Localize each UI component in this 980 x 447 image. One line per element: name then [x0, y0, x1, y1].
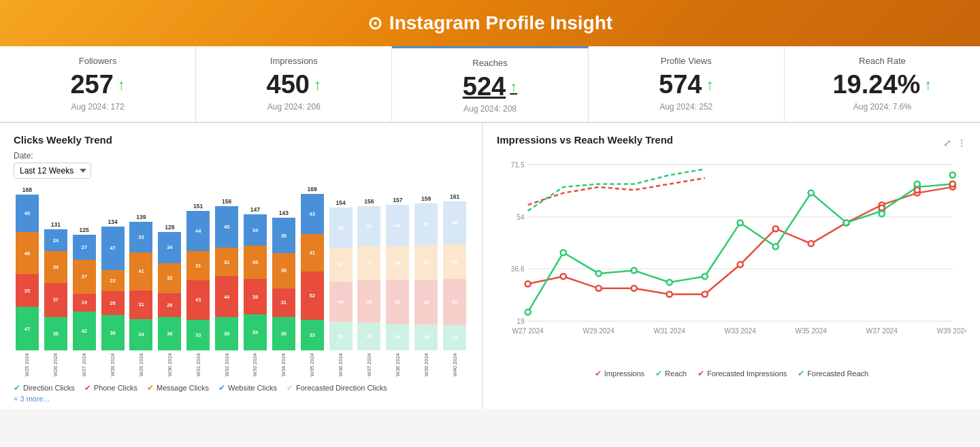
right-legend-item: ✔Forecasted Impressions	[698, 369, 787, 378]
kpi-card-reach-rate: Reach Rate 19.24% ↑ Aug 2024: 7.6%	[785, 46, 980, 122]
bar-total-label: 168	[22, 187, 32, 193]
bar-x-label: W36 2024	[327, 353, 355, 380]
bar-total-label: 125	[80, 227, 89, 233]
bar-segment: 33	[186, 320, 210, 350]
bar-segment: 38	[414, 245, 438, 280]
more-options-icon[interactable]: ⋮	[957, 137, 966, 148]
bar-total-label: 147	[250, 206, 260, 213]
bar-stack: 27503846	[443, 201, 466, 350]
bar-segment: 41	[301, 234, 324, 272]
bar-x-label: W38 2024	[384, 353, 411, 380]
svg-point-16	[561, 274, 566, 279]
bar-group: 14336313838	[270, 210, 297, 350]
bar-total-label: 131	[51, 221, 61, 228]
bar-segment: 31	[215, 248, 238, 276]
kpi-value-reach-rate: 19.24% ↑	[798, 70, 966, 99]
bar-total-label: 143	[279, 210, 289, 216]
kpi-sub-reach-rate: Aug 2024: 7.6%	[798, 102, 966, 112]
kpi-label-followers: Followers	[14, 56, 182, 66]
bar-segment: 27	[443, 325, 466, 350]
bar-group: 13934314133	[128, 214, 155, 350]
line-chart-svg: 1936.65471.5W27 2024W29 2024W31 2024W33 …	[497, 151, 966, 362]
svg-text:54: 54	[517, 214, 525, 221]
bar-group: 12542193727	[71, 227, 98, 350]
bar-segment: 43	[357, 206, 380, 246]
bar-x-label: W40 2024	[441, 353, 468, 380]
bar-total-label: 169	[308, 187, 317, 193]
bar-legend: ✔Direction Clicks✔Phone Clicks✔Message C…	[14, 383, 468, 393]
bar-total-label: 139	[136, 214, 146, 220]
right-legend-item: ✔Reach	[655, 369, 687, 378]
instagram-icon: ⊙	[368, 13, 382, 34]
svg-text:W35 2024: W35 2024	[796, 327, 828, 335]
bar-segment: 29	[386, 324, 409, 350]
bar-x-label: W32 2024	[213, 353, 240, 380]
bar-segment: 50	[443, 279, 466, 325]
bar-segment: 27	[73, 235, 96, 260]
bar-group: 15636443145	[213, 198, 240, 350]
bar-segment: 28	[414, 325, 438, 350]
expand-icon[interactable]: ⤢	[943, 137, 951, 148]
bar-x-label: W39 2024	[412, 353, 440, 380]
bar-group: 14739383634	[242, 206, 269, 350]
bar-segment: 37	[357, 246, 380, 281]
svg-point-21	[738, 262, 743, 267]
date-select[interactable]: Last 12 Weeks Last 4 Weeks Last 6 Weeks	[14, 163, 91, 179]
bar-segment: 43	[186, 280, 210, 320]
page-header: ⊙ Instagram Profile Insight	[0, 0, 980, 46]
svg-text:W27 2024: W27 2024	[512, 327, 544, 335]
bar-segment: 47	[16, 307, 39, 350]
svg-point-22	[773, 226, 779, 231]
bar-segment: 33	[129, 222, 152, 252]
bar-stack: 34314133	[129, 222, 152, 350]
bar-stack: 36263234	[158, 232, 181, 350]
bar-group: 15729473844	[384, 197, 411, 350]
svg-point-23	[808, 241, 814, 246]
legend-label: Direction Clicks	[23, 384, 75, 392]
bar-total-label: 151	[193, 203, 203, 210]
bar-group: 15133433144	[184, 203, 212, 350]
bar-segment: 24	[44, 229, 67, 252]
more-link[interactable]: + 3 more...	[14, 395, 468, 403]
right-legend-label: Forecasted Impressions	[707, 369, 787, 378]
kpi-value-followers: 257 ↑	[14, 70, 182, 99]
legend-label: Phone Clicks	[94, 384, 137, 392]
bar-segment: 35	[16, 274, 39, 307]
bar-segment: 31	[129, 291, 152, 319]
bar-segment: 44	[386, 205, 409, 246]
kpi-sub-impressions: Aug 2024: 206	[210, 102, 378, 112]
bar-segment: 36	[272, 317, 295, 350]
bar-segment: 32	[158, 263, 181, 293]
right-chart-title: Impressions vs Reach Weekly Trend	[497, 134, 673, 146]
kpi-label-profile-views: Profile Views	[602, 56, 770, 66]
arrow-up-impressions: ↑	[314, 76, 321, 94]
kpi-value-impressions: 450 ↑	[210, 70, 378, 99]
kpi-value-profile-views: 574 ↑	[602, 70, 770, 99]
bar-segment: 26	[101, 291, 125, 315]
bar-segment: 46	[443, 201, 466, 244]
svg-point-47	[950, 172, 956, 178]
left-chart: Clicks Weekly Trend Date: Last 12 Weeks …	[0, 123, 483, 409]
kpi-label-reaches: Reaches	[406, 58, 574, 68]
bar-segment: 45	[414, 203, 438, 245]
bar-stack: 38262347	[101, 227, 125, 350]
charts-row: Clicks Weekly Trend Date: Last 12 Weeks …	[0, 123, 980, 409]
bar-segment: 41	[129, 252, 152, 291]
bar-segment: 36	[44, 317, 67, 350]
arrow-up-profile-views: ↑	[706, 76, 713, 94]
bar-x-label: W29 2024	[128, 353, 155, 380]
bar-segment: 30	[357, 322, 380, 350]
bar-total-label: 157	[393, 197, 402, 203]
kpi-row: Followers 257 ↑ Aug 2024: 172 Impression…	[0, 46, 980, 123]
svg-text:W29 2024: W29 2024	[583, 327, 615, 335]
svg-point-28	[525, 310, 531, 315]
svg-point-29	[561, 250, 566, 255]
bar-stack: 36313838	[272, 218, 295, 350]
legend-item: ✔Forecasted Direction Clicks	[287, 383, 387, 393]
bar-segment: 47	[386, 280, 409, 324]
bar-segment: 36	[244, 246, 267, 279]
legend-item: ✔Phone Clicks	[84, 383, 137, 393]
right-legend-label: Impressions	[604, 369, 644, 378]
bar-segment: 38	[386, 246, 409, 280]
bar-group: 13438262347	[99, 218, 127, 350]
